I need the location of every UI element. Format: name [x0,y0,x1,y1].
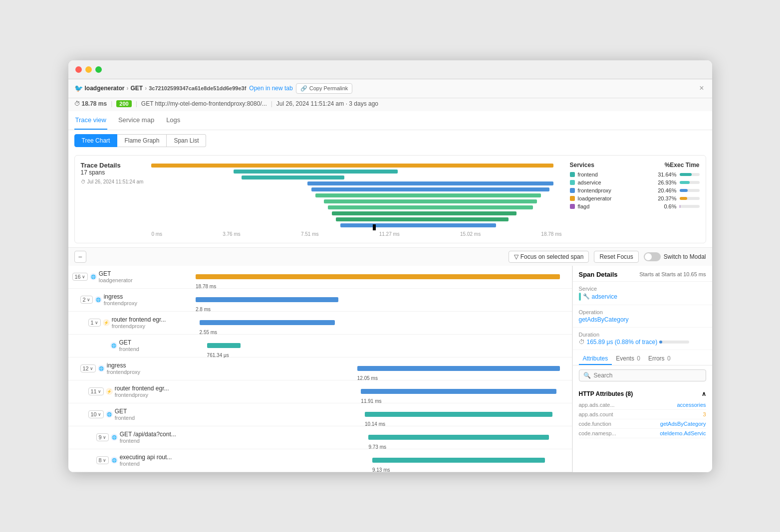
attr-row: code.namesp... oteldemo.AdServic [579,429,706,438]
span-row[interactable]: 🌐 GET frontend 761.34 μs [68,335,572,357]
service-bar-frontend [680,173,700,176]
service-label: Service [579,286,706,292]
controls-bar: − ▽ Focus on selected span Reset Focus S… [68,247,712,266]
span-bar [200,320,335,325]
traffic-lights [75,66,102,73]
span-row[interactable]: 12 ∨ 🌐 ingress frontendproxy 12.05 ms [68,357,572,380]
attr-row: app.ads.count 3 [579,410,706,419]
span-count-badge[interactable]: 10 ∨ [88,410,104,418]
span-service: frontendproxy [104,300,137,306]
span-bar [207,343,241,348]
span-count-badge[interactable]: 9 ∨ [96,433,109,441]
span-service: frontendproxy [112,323,166,329]
service-row-loadgenerator: loadgenerator 20.37% [570,195,700,201]
attr-value[interactable]: oteldemo.AdServic [660,430,706,436]
maximize-traffic-light[interactable] [95,66,102,73]
trace-info: Trace Details 17 spans [81,162,144,176]
switch-modal-label: Switch to Modal [664,253,706,260]
span-service: loadgenerator [99,277,133,283]
trace-details-title: Trace Details [81,162,144,169]
span-count-badge[interactable]: 12 ∨ [80,364,96,372]
span-details-title: Span Details [579,271,618,278]
tab-trace-view[interactable]: Trace view [74,111,107,130]
reset-focus-button[interactable]: Reset Focus [594,251,638,263]
operation-link[interactable]: getAdsByCategory [579,316,629,323]
service-name-loadgenerator: loadgenerator [578,195,654,201]
span-list-button[interactable]: Span List [167,134,206,147]
span-count-badge[interactable]: 2 ∨ [80,296,93,304]
attr-value[interactable]: getAdsByCategory [660,421,706,427]
span-bar-area: 9.13 ms [192,449,568,472]
span-row[interactable]: 16 ∨ 🌐 GET loadgenerator 18.78 ms [68,266,572,289]
status-badge: 200 [116,100,131,107]
span-bar [372,458,545,463]
filter-icon: ▽ [514,253,519,260]
span-row[interactable]: 11 ∨ ⚡ router frontend egr... frontendpr… [68,380,572,403]
trace-time: ⏱ 18.78 ms [74,100,107,107]
service-name-link[interactable]: adservice [592,293,617,300]
span-row[interactable]: 9 ∨ 🌐 GET /api/data?cont... frontend 9.7… [68,426,572,449]
span-row[interactable]: 8 ∨ 🌐 executing api rout... frontend 9.1… [68,449,572,472]
span-count-badge[interactable]: 16 ∨ [72,273,88,281]
clock-icon-2: ⏱ [81,179,86,184]
duration-bar [659,341,689,344]
header-bar: 🐦 loadgenerator › GET › 3c72102599347ca6… [68,79,712,98]
collapse-button[interactable]: − [74,251,86,263]
service-name-frontend: frontend [578,172,654,177]
span-name: router frontend egr... [115,385,169,392]
span-details-tabs: Attributes Events 0 Errors 0 [573,350,712,365]
globe-icon: 🌐 [90,273,97,280]
span-bar [357,366,560,371]
link-icon: 🔗 [300,85,307,92]
tab-events[interactable]: Events 0 [612,353,644,365]
span-name: ingress [107,362,140,369]
span-count-badge[interactable]: 1 ∨ [88,319,101,327]
service-dot-frontend [570,172,575,177]
attr-value[interactable]: accessories [677,402,706,408]
tab-errors[interactable]: Errors 0 [644,353,675,365]
open-new-tab-link[interactable]: Open in new tab [249,85,292,92]
titlebar [68,60,712,79]
attributes-search-input[interactable] [594,372,702,379]
controls-right: ▽ Focus on selected span Reset Focus Swi… [509,251,706,263]
service-row-flagd: flagd 0.6% [570,203,700,209]
modal-toggle[interactable] [644,252,661,261]
span-count-badge[interactable]: 11 ∨ [88,387,104,395]
tab-logs[interactable]: Logs [165,111,181,130]
span-service: frontend [120,461,172,467]
globe-icon: 🌐 [95,296,102,303]
exec-time-label: %Exec Time [665,162,700,169]
tabs-bar: Trace view Service map Logs [68,111,712,130]
span-row[interactable]: 1 ∨ ⚡ router frontend egr... frontendpro… [68,312,572,335]
attr-key: code.namesp... [579,430,616,436]
tab-service-map[interactable]: Service map [117,111,155,130]
span-bar-area: 11.91 ms [192,380,568,403]
breadcrumb-service: loadgenerator [85,85,125,92]
span-bar [196,297,338,302]
span-starts-at: Starts at Starts at 10.65 ms [639,271,706,277]
chevron-up-icon: ∧ [702,390,706,397]
copy-permalink-button[interactable]: 🔗 Copy Permalink [296,83,353,94]
service-name-adservice: adservice [578,179,654,185]
attr-key: code.function [579,421,611,427]
close-button[interactable]: × [699,84,704,92]
main-window: 🐦 loadgenerator › GET › 3c72102599347ca6… [68,60,712,472]
span-duration: 9.13 ms [372,467,390,472]
header-left: 🐦 loadgenerator › GET › 3c72102599347ca6… [74,83,353,94]
attr-value[interactable]: 3 [703,411,706,417]
tab-attributes[interactable]: Attributes [579,353,612,365]
span-details-panel: Span Details Starts at Starts at 10.65 m… [572,266,712,472]
http-attributes-header[interactable]: HTTP Attributes (8) ∧ [579,387,706,400]
focus-selected-span-button[interactable]: ▽ Focus on selected span [509,251,589,263]
tree-chart-button[interactable]: Tree Chart [74,134,118,147]
flame-graph-button[interactable]: Flame Graph [117,134,167,147]
span-count-badge[interactable]: 8 ∨ [96,456,109,464]
close-traffic-light[interactable] [75,66,82,73]
span-name: GET [115,408,135,415]
span-row[interactable]: 2 ∨ 🌐 ingress frontendproxy 2.8 ms [68,289,572,312]
span-row[interactable]: 10 ∨ 🌐 GET frontend 10.14 ms [68,403,572,426]
span-service: frontend [119,346,139,352]
attributes-section: HTTP Attributes (8) ∧ app.ads.cate... ac… [573,385,712,442]
minimize-traffic-light[interactable] [85,66,92,73]
service-row-adservice: adservice 26.93% [570,179,700,185]
